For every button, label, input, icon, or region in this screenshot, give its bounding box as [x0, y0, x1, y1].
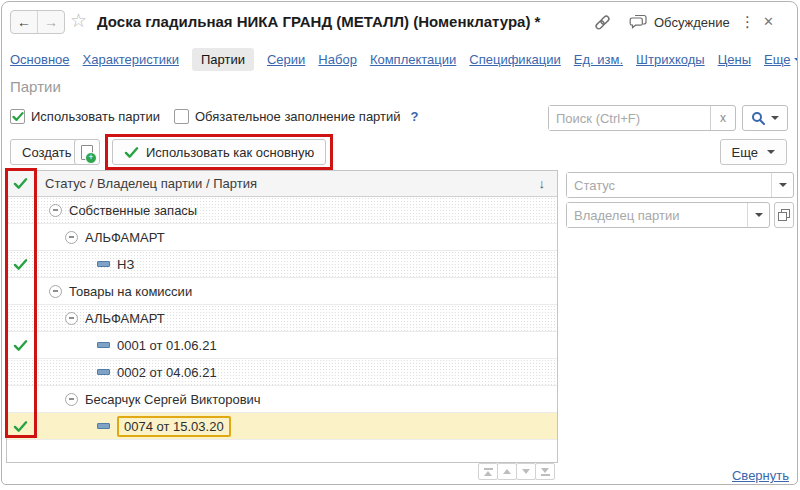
search-icon: [751, 111, 766, 126]
row-check-cell: [7, 359, 35, 385]
batch-dash-icon: [97, 423, 110, 429]
create-button[interactable]: Создать: [10, 139, 83, 165]
forward-arrow-icon: →: [44, 14, 58, 30]
scroll-down-button[interactable]: [516, 463, 536, 480]
tab-item[interactable]: Серии: [267, 52, 305, 67]
tab-item[interactable]: Штрихкоды: [636, 52, 705, 67]
row-label: 0074 от 15.03.20: [117, 416, 231, 437]
check-icon: [13, 177, 28, 190]
table-row[interactable]: АЛЬФАМАРТ: [7, 305, 557, 332]
collapse-node-icon[interactable]: [65, 393, 78, 406]
table-row[interactable]: 0074 от 15.03.20: [7, 413, 557, 440]
tab-item[interactable]: Партии: [192, 48, 254, 71]
row-check-cell: [7, 224, 35, 250]
status-dropdown-button[interactable]: [771, 173, 793, 197]
scroll-up-button[interactable]: [497, 463, 517, 480]
chevron-down-icon: [779, 183, 787, 187]
tab-item[interactable]: Спецификации: [469, 52, 561, 67]
tab-item[interactable]: Характеристики: [83, 52, 179, 67]
tab-item[interactable]: Цены: [718, 52, 751, 67]
chevron-down-icon: [794, 58, 798, 62]
copy-link-icon[interactable]: [593, 13, 612, 35]
scroll-to-top-button[interactable]: [478, 463, 498, 480]
use-as-main-button[interactable]: Использовать как основную: [112, 139, 326, 165]
back-arrow-icon: ←: [17, 14, 31, 30]
tab-item[interactable]: Комплектации: [370, 52, 456, 67]
row-check-cell: [7, 386, 35, 412]
history-nav: ← →: [10, 10, 65, 34]
row-check-icon: [13, 420, 28, 433]
copy-document-icon: [81, 145, 93, 160]
options-row: Использовать партии Обязательное заполне…: [10, 104, 419, 128]
search-input[interactable]: [549, 106, 710, 130]
required-fill-checkbox[interactable]: Обязательное заполнение партий: [174, 109, 401, 124]
table-row[interactable]: Бесарчук Сергей Викторович: [7, 386, 557, 413]
owner-dropdown-button[interactable]: [747, 203, 769, 227]
owner-filter-input[interactable]: [567, 203, 747, 227]
row-label: 0002 от 04.06.21: [117, 365, 217, 380]
row-label: НЗ: [117, 257, 134, 272]
favorites-star-icon[interactable]: ☆: [70, 10, 87, 32]
use-batches-checkbox[interactable]: Использовать партии: [10, 109, 160, 124]
table-scroll-buttons: [479, 463, 555, 480]
batch-dash-icon: [97, 342, 110, 348]
titlebar: ← → ☆ Доска гладильная НИКА ГРАНД (МЕТАЛ…: [2, 2, 797, 42]
table-row[interactable]: НЗ: [7, 251, 557, 278]
row-label: Бесарчук Сергей Викторович: [85, 392, 261, 407]
status-filter-input[interactable]: [567, 173, 771, 197]
collapse-node-icon[interactable]: [65, 312, 78, 325]
clear-search-icon[interactable]: x: [710, 106, 735, 130]
tabbar: ОсновноеХарактеристикиПартииСерииНаборКо…: [10, 46, 789, 72]
row-label: Собственные запасы: [69, 203, 197, 218]
row-check-cell: [7, 197, 35, 223]
collapse-node-icon[interactable]: [49, 285, 62, 298]
tab-item[interactable]: Набор: [318, 52, 357, 67]
batch-dash-icon: [97, 261, 110, 267]
forward-button[interactable]: →: [38, 11, 64, 33]
table-row[interactable]: Собственные запасы: [7, 197, 557, 224]
row-check-cell: [7, 251, 35, 277]
owner-open-button[interactable]: [774, 202, 794, 228]
row-check-icon: [13, 258, 28, 271]
page-title: Партии: [10, 78, 61, 95]
tab-more[interactable]: Еще: [764, 52, 798, 67]
more-menu-icon[interactable]: ⋮: [740, 13, 755, 30]
sort-descending-icon: ↓: [539, 176, 546, 191]
create-by-copy-button[interactable]: [74, 139, 100, 165]
owner-filter-field: [566, 202, 770, 228]
row-check-cell: [7, 305, 35, 331]
row-check-cell: [7, 278, 35, 304]
search-button[interactable]: [742, 105, 788, 131]
collapse-node-icon[interactable]: [65, 231, 78, 244]
collapse-node-icon[interactable]: [49, 204, 62, 217]
chevron-down-icon: [771, 116, 779, 120]
row-check-cell: [7, 332, 35, 358]
tab-item[interactable]: Ед. изм.: [574, 52, 623, 67]
discussion-button[interactable]: Обсуждение: [629, 2, 730, 42]
table-row[interactable]: 0002 от 04.06.21: [7, 359, 557, 386]
tab-item[interactable]: Основное: [10, 52, 70, 67]
collapse-link[interactable]: Свернуть: [732, 468, 789, 483]
app-window: ← → ☆ Доска гладильная НИКА ГРАНД (МЕТАЛ…: [1, 1, 798, 485]
discussion-icon: [629, 14, 648, 30]
batch-dash-icon: [97, 369, 110, 375]
table-row[interactable]: АЛЬФАМАРТ: [7, 224, 557, 251]
chevron-down-icon: [755, 213, 763, 217]
table-row[interactable]: 0001 от 01.06.21: [7, 332, 557, 359]
row-label: 0001 от 01.06.21: [117, 338, 217, 353]
chevron-down-icon: [767, 150, 775, 154]
table-row[interactable]: Товары на комиссии: [7, 278, 557, 305]
checkbox-box: [10, 109, 25, 124]
header-check-cell: [7, 171, 35, 196]
back-button[interactable]: ←: [11, 11, 38, 33]
column-header-status-owner-batch[interactable]: Статус / Владелец партии / Партия ↓: [35, 171, 557, 196]
close-icon[interactable]: ✕: [763, 14, 774, 29]
help-icon[interactable]: ?: [411, 109, 419, 124]
scroll-to-bottom-button[interactable]: [535, 463, 555, 480]
annotation-box-use-as-main: Использовать как основную: [105, 134, 333, 170]
checkbox-box: [174, 109, 189, 124]
more-button[interactable]: Еще: [720, 139, 787, 165]
table-header-row: Статус / Владелец партии / Партия ↓: [7, 171, 557, 197]
search-box: x: [548, 105, 736, 131]
check-icon: [124, 146, 139, 159]
